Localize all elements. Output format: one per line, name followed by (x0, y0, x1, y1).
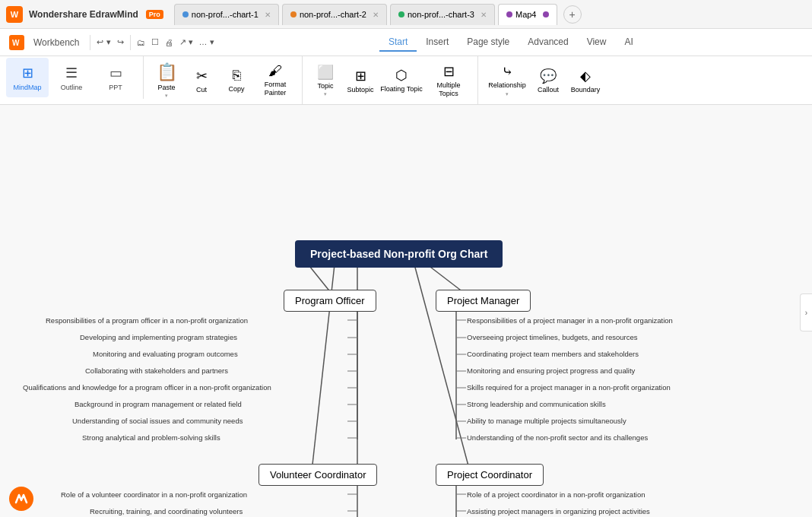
tab-2-dot (290, 11, 297, 17)
po-item-4: Collaborating with stakeholders and part… (85, 366, 228, 375)
paste-icon: 📋 (157, 62, 177, 82)
pc-item-1: Role of a project coordinator in a non-p… (467, 490, 645, 499)
nav-divider-1 (90, 35, 90, 50)
format-painter-button[interactable]: 🖌 Format Painter (255, 61, 296, 100)
nav-bar: W Workbench ↩ ▾ ↪ 🗂 ☐ 🖨 ↗ ▾ … ▾ Start In… (0, 29, 812, 56)
ppt-icon: ▭ (109, 65, 122, 81)
boundary-button[interactable]: ⬖ Boundary (566, 61, 604, 100)
pm-item-8: Understanding of the non-profit sector a… (467, 433, 648, 442)
tab-2-close[interactable]: ✕ (373, 11, 379, 19)
paste-button[interactable]: 📋 Paste ▾ (150, 61, 183, 100)
project-manager-label: Project Manager (447, 295, 519, 306)
topic-button[interactable]: ⬜ Topic ▾ (309, 61, 342, 100)
cut-button[interactable]: ✂ Cut (185, 61, 218, 100)
new-button[interactable]: ☐ (150, 34, 160, 50)
po-item-5: Qualifications and knowledge for a progr… (23, 383, 271, 392)
expand-panel-button[interactable]: › (800, 293, 812, 331)
topic-icon: ⬜ (317, 64, 334, 81)
export-button[interactable]: ↗ ▾ (178, 34, 195, 50)
tab-2[interactable]: non-prof...-chart-2 ✕ (282, 4, 387, 25)
multiple-topics-icon: ⊟ (443, 63, 455, 80)
tab-1-label: non-prof...-chart-1 (192, 10, 259, 19)
po-item-3: Monitoring and evaluating program outcom… (93, 350, 238, 358)
pm-item-1: Responsibilities of a project manager in… (467, 316, 673, 325)
subtopic-button[interactable]: ⊞ Subtopic (344, 61, 377, 100)
project-coordinator-node[interactable]: Project Coordinator (436, 464, 544, 486)
nav-spacer: Start Insert Page style Advanced View AI (219, 33, 803, 52)
po-item-6: Background in program management or rela… (75, 400, 242, 408)
format-painter-icon: 🖌 (268, 63, 282, 79)
pm-item-7: Ability to manage multiple projects simu… (467, 417, 626, 425)
relationship-label: Relationship (488, 81, 526, 90)
print-button[interactable]: 🖨 (163, 35, 175, 50)
callout-button[interactable]: 💬 Callout (531, 61, 565, 100)
tab-3-dot (398, 11, 404, 17)
ppt-mode-button[interactable]: ▭ PPT (94, 58, 137, 97)
subtopic-label: Subtopic (347, 86, 373, 94)
format-painter-label: Format Painter (256, 81, 294, 97)
callout-icon: 💬 (540, 68, 557, 84)
tab-4[interactable]: Map4 (498, 4, 557, 25)
vc-item-1: Role of a volunteer coordinator in a non… (61, 490, 247, 499)
tab-1[interactable]: non-prof...-chart-1 ✕ (174, 4, 279, 25)
pro-badge: Pro (146, 10, 163, 19)
volunteer-coordinator-node[interactable]: Volunteer Coordinator (259, 464, 377, 486)
project-manager-node[interactable]: Project Manager (436, 290, 531, 312)
pm-item-6: Strong leadership and communication skil… (467, 400, 606, 408)
outline-icon: ☰ (65, 65, 78, 81)
outline-mode-button[interactable]: ☰ Outline (50, 58, 93, 97)
floating-topic-label: Floating Topic (380, 85, 422, 94)
workbench-button[interactable]: Workbench (27, 34, 85, 51)
multiple-topics-button[interactable]: ⊟ Multiple Topics (426, 61, 471, 100)
svg-text:W: W (12, 39, 20, 47)
boundary-icon: ⬖ (580, 68, 591, 84)
boundary-label: Boundary (571, 86, 601, 94)
tab-4-label: Map4 (515, 10, 537, 19)
vc-item-2: Recruiting, training, and coordinating v… (90, 507, 243, 515)
nav-tab-advanced[interactable]: Advanced (519, 33, 577, 52)
relationship-dropdown: ▾ (506, 91, 509, 97)
file-button[interactable]: 🗂 (135, 35, 147, 50)
add-tab-button[interactable]: + (563, 5, 582, 24)
nav-tab-insert[interactable]: Insert (417, 33, 458, 52)
cut-icon: ✂ (196, 68, 208, 84)
pm-item-3: Coordinating project team members and st… (467, 350, 639, 358)
multiple-topics-label: Multiple Topics (427, 81, 470, 98)
root-node[interactable]: Project-based Non-profit Org Chart (295, 240, 503, 268)
po-item-1: Responsibilities of a program officer in… (46, 316, 248, 325)
subtopic-icon: ⊞ (355, 68, 366, 84)
nav-divider-2 (130, 35, 131, 50)
cut-label: Cut (196, 86, 207, 94)
program-officer-label: Program Officer (295, 295, 365, 306)
nav-home-icon: W (9, 35, 24, 50)
main-content: Project-based Non-profit Org Chart Progr… (0, 105, 812, 517)
more-button[interactable]: … ▾ (198, 34, 216, 50)
nav-tab-ai[interactable]: AI (615, 33, 642, 52)
canvas[interactable]: Project-based Non-profit Org Chart Progr… (0, 105, 812, 517)
undo-button[interactable]: ↩ ▾ (95, 34, 112, 50)
mindmap-mode-button[interactable]: ⊞ MindMap (6, 58, 49, 97)
pc-item-2: Assisting project managers in organizing… (467, 507, 650, 515)
tab-3[interactable]: non-prof...-chart-3 ✕ (390, 4, 495, 25)
title-bar: W Wondershare EdrawMind Pro non-prof...-… (0, 0, 812, 29)
outline-label: Outline (61, 84, 83, 91)
program-officer-node[interactable]: Program Officer (284, 290, 376, 312)
tab-1-dot (182, 11, 189, 17)
copy-button[interactable]: ⎘ Copy (220, 61, 253, 100)
nav-tab-start[interactable]: Start (379, 33, 417, 52)
bottom-logo (9, 487, 33, 511)
redo-button[interactable]: ↪ (116, 34, 125, 50)
tab-1-close[interactable]: ✕ (265, 11, 271, 19)
nav-tab-view[interactable]: View (578, 33, 616, 52)
relation-section: ⤷ Relationship ▾ 💬 Callout ⬖ Boundary (478, 56, 611, 104)
tab-3-close[interactable]: ✕ (481, 11, 487, 19)
toolbar: ⊞ MindMap ☰ Outline ▭ PPT 📋 Paste ▾ ✂ Cu… (0, 56, 812, 105)
topic-dropdown: ▾ (324, 91, 327, 97)
nav-tab-pagestyle[interactable]: Page style (458, 33, 519, 52)
floating-topic-button[interactable]: ⬡ Floating Topic (379, 61, 424, 100)
callout-label: Callout (538, 86, 559, 94)
relationship-button[interactable]: ⤷ Relationship ▾ (484, 61, 530, 100)
po-item-2: Developing and implementing program stra… (80, 333, 237, 341)
root-label: Project-based Non-profit Org Chart (310, 248, 487, 260)
connector-lines (0, 105, 812, 517)
